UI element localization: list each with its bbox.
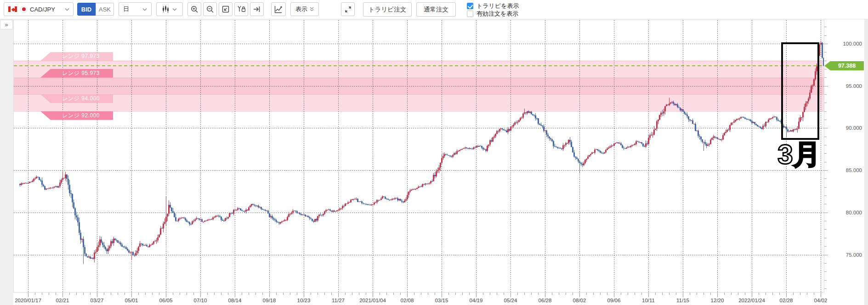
date-axis-label: 07/10 (194, 298, 207, 303)
range-tag[interactable]: レンジ 95.973 (40, 69, 113, 78)
date-minor-tick (97, 293, 97, 297)
expand-chart-button[interactable] (341, 2, 355, 16)
double-chevron-down-icon (310, 7, 314, 12)
date-minor-tick (752, 293, 752, 297)
date-minor-tick (455, 293, 456, 295)
chevron-down-icon (172, 8, 177, 11)
price-axis-label: 95.000 (846, 83, 862, 89)
date-minor-tick (366, 293, 366, 295)
date-minor-tick (697, 293, 697, 295)
date-axis-label: 02/08 (401, 298, 414, 303)
date-minor-tick (311, 293, 311, 295)
date-minor-tick (145, 293, 146, 295)
date-minor-tick (111, 293, 111, 295)
chart-toolbar: CAD/JPY BID ASK 日 (0, 0, 868, 19)
date-axis-label: 02/28 (780, 298, 793, 303)
date-axis-label: 08/14 (228, 298, 242, 303)
date-minor-tick (290, 293, 290, 295)
date-minor-tick (772, 293, 773, 295)
add-indicator-button[interactable] (271, 2, 286, 16)
date-minor-tick (497, 293, 497, 295)
price-minor-tick (824, 61, 827, 61)
date-minor-tick (483, 293, 483, 295)
range-tag[interactable]: レンジ 97.973 (40, 52, 113, 61)
date-minor-tick (131, 293, 132, 297)
price-minor-tick (824, 288, 827, 289)
show-active-orders-checkbox[interactable] (467, 11, 473, 17)
range-tag[interactable]: レンジ 92.000 (40, 111, 113, 120)
price-minor-tick (824, 44, 828, 44)
date-minor-tick (62, 293, 63, 297)
normal-order-button[interactable]: 通常注文 (416, 2, 456, 17)
date-minor-tick (759, 293, 759, 295)
show-active-orders-label: 有効注文を表示 (477, 10, 518, 18)
zoom-out-button[interactable] (203, 2, 217, 16)
symbol-select[interactable]: CAD/JPY (4, 2, 74, 16)
panel-expand-button[interactable]: » (0, 20, 13, 29)
date-axis-label: 02/21 (56, 298, 69, 303)
date-axis-label: 12/20 (711, 298, 724, 303)
date-minor-tick (187, 293, 187, 295)
show-toraripi-checkbox-row[interactable]: トラリピを表示 (467, 2, 519, 10)
date-minor-tick (235, 293, 235, 297)
symbol-label: CAD/JPY (30, 6, 55, 13)
range-tag[interactable]: レンジ 94.000 (40, 94, 113, 103)
price-axis-label: 80.000 (846, 210, 862, 215)
date-minor-tick (249, 293, 249, 295)
zoom-in-button[interactable] (187, 2, 201, 16)
date-minor-tick (428, 293, 428, 295)
display-options-button[interactable]: 表示 (290, 2, 319, 16)
price-minor-tick (824, 271, 827, 272)
date-minor-tick (283, 293, 284, 295)
price-minor-tick (824, 35, 827, 36)
bid-toggle-button[interactable]: BID (77, 3, 96, 16)
price-minor-tick (824, 111, 827, 112)
date-minor-tick (779, 293, 780, 295)
date-axis[interactable]: 2020/01/1702/2103/2705/0106/0507/1008/14… (0, 293, 864, 305)
date-minor-tick (242, 293, 242, 295)
date-minor-tick (76, 293, 77, 295)
date-minor-tick (28, 293, 28, 297)
indicator-chart-plus-icon (274, 6, 283, 13)
y-axis-lock-button[interactable] (234, 2, 248, 16)
date-minor-tick (442, 293, 442, 297)
date-minor-tick (807, 293, 807, 295)
trading-chart-app: CAD/JPY BID ASK 日 (0, 0, 868, 305)
date-minor-tick (614, 293, 614, 297)
toraripi-order-button[interactable]: トラリピ注文 (363, 2, 412, 17)
date-minor-tick (462, 293, 463, 295)
timeframe-select[interactable]: 日 (119, 2, 152, 16)
canada-flag-icon (8, 6, 17, 12)
candlestick-chart-canvas[interactable] (14, 20, 824, 292)
date-minor-tick (621, 293, 621, 295)
date-minor-tick (800, 293, 800, 295)
go-to-latest-button[interactable] (250, 2, 264, 16)
date-minor-tick (566, 293, 566, 295)
chart-type-select[interactable] (156, 2, 183, 16)
date-minor-tick (524, 293, 525, 295)
date-minor-tick (331, 293, 332, 295)
date-minor-tick (352, 293, 352, 295)
fit-screen-button[interactable] (219, 2, 233, 16)
price-minor-tick (824, 153, 827, 154)
y-axis-lock-icon (237, 6, 245, 13)
candlestick-icon (162, 6, 169, 13)
ask-toggle-button[interactable]: ASK (96, 3, 114, 16)
show-toraripi-checkbox[interactable] (467, 3, 473, 9)
show-active-orders-checkbox-row[interactable]: 有効注文を表示 (467, 10, 518, 18)
date-axis-label: 09/18 (263, 298, 276, 303)
date-minor-tick (255, 293, 256, 295)
date-axis-label: 06/05 (159, 298, 173, 303)
date-minor-tick (173, 293, 173, 295)
date-minor-tick (511, 293, 511, 297)
date-axis-label: 11/15 (676, 298, 689, 303)
price-minor-tick (824, 77, 827, 78)
price-axis[interactable]: 100.00095.00090.00085.00080.00075.000 (824, 19, 864, 293)
date-minor-tick (573, 293, 573, 295)
date-minor-tick (373, 293, 373, 297)
date-minor-tick (42, 293, 42, 295)
price-minor-tick (824, 170, 828, 171)
price-minor-tick (824, 204, 827, 204)
price-axis-label: 100.000 (843, 41, 862, 46)
date-minor-tick (552, 293, 552, 295)
